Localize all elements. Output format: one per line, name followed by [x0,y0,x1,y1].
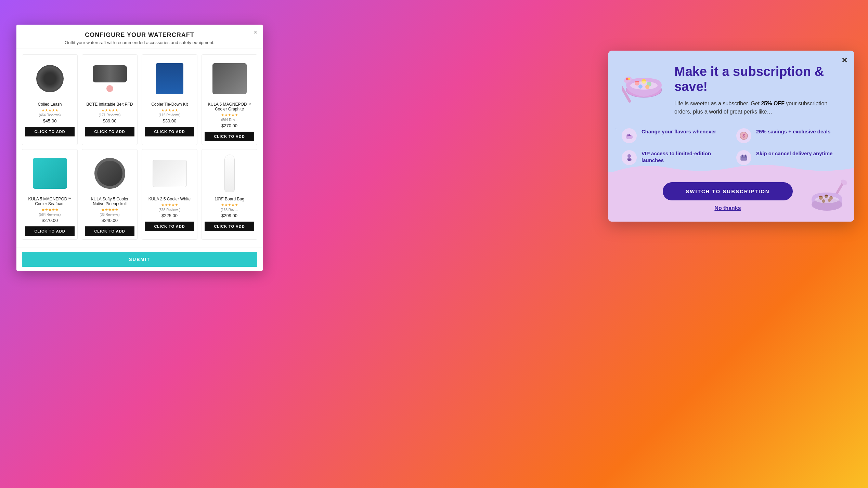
watercraft-modal-body: Coiled Leash ★★★★★ (464 Reviews) $45.00 … [16,49,263,248]
table-row: KULA Softy 5 Cooler Native Pineapskull ★… [82,149,138,240]
product-image [205,153,254,194]
submit-button[interactable]: SUBMIT [22,252,257,267]
product-image [85,153,134,194]
svg-point-17 [627,154,631,158]
svg-point-10 [628,78,630,80]
add-to-cart-button[interactable]: CLICK TO ADD [85,226,134,236]
product-grid: Coiled Leash ★★★★★ (464 Reviews) $45.00 … [22,54,257,240]
table-row: KULA 5 MAGNEPOD™ Cooler Graphite ★★★★★ (… [202,54,257,145]
svg-point-7 [630,81,658,90]
product-stars: ★★★★★ [41,108,59,113]
product-stars: ★★★★★ [41,208,59,212]
product-reviews: (565 Reviews) [159,208,181,212]
product-price: $270.00 [42,218,58,223]
choco-bowl-image [806,177,847,218]
subscription-description: Life is sweeter as a subscriber. Get 25%… [674,100,834,116]
product-image [25,153,75,194]
product-price: $89.00 [103,118,117,123]
product-reviews: (36 Reviews) [100,213,119,216]
product-image [145,58,194,99]
product-name: KULA 5 MAGNEPOD™ Cooler Seafoam [25,197,75,206]
product-stars: ★★★★★ [161,108,178,113]
savings-icon: $ [736,128,751,143]
subscription-top-section: Make it a subscription & save! Life is s… [608,51,854,123]
svg-rect-20 [742,155,743,157]
product-image [145,153,194,194]
product-stars: ★★★★★ [221,113,238,117]
subscription-bottom-section: SWITCH TO SUBSCRIPTION No thanks [608,172,854,222]
svg-point-31 [815,196,839,203]
flavor-icon [622,128,637,143]
product-reviews: (115 Reviews) [159,113,181,117]
product-reviews: (564 Reviews) [39,213,61,216]
product-name: KULA Softy 5 Cooler Native Pineapskull [85,197,134,206]
product-price: $45.00 [43,118,57,123]
add-to-cart-button[interactable]: CLICK TO ADD [85,127,134,136]
subscribe-button[interactable]: SWITCH TO SUBSCRIPTION [663,182,793,200]
discount-text: 25% OFF [761,101,784,106]
svg-point-13 [629,134,630,136]
table-row: KULA 2.5 Cooler White ★★★★★ (565 Reviews… [142,149,197,240]
subscription-heading: Make it a subscription & save! [674,64,834,94]
watercraft-modal-footer: SUBMIT [16,248,263,271]
product-price: $270.00 [221,123,237,128]
svg-point-14 [630,135,631,136]
add-to-cart-button[interactable]: CLICK TO ADD [25,226,75,236]
watercraft-modal-title: CONFIGURE YOUR WATERCRAFT [25,31,255,39]
product-name: 10'6" Board Bag [215,197,244,201]
product-name: Cooler Tie-Down Kit [151,102,188,107]
product-stars: ★★★★★ [161,203,178,207]
perk-text: Change your flavors whenever [642,128,716,135]
product-name: KULA 5 MAGNEPOD™ Cooler Graphite [205,102,254,111]
product-reviews: (464 Reviews) [39,113,61,117]
product-image [85,58,134,99]
watercraft-modal: × CONFIGURE YOUR WATERCRAFT Outfit your … [16,25,263,271]
star-decoration: ✦ [615,128,617,131]
table-row: BOTE Inflatable Belt PFD ★★★★★ (171 Revi… [82,54,138,145]
perk-text: Skip or cancel delivery anytime [756,150,832,157]
product-name: Coiled Leash [38,102,62,107]
svg-text:$: $ [742,133,745,139]
watercraft-close-button[interactable]: × [254,29,257,36]
product-image [25,58,75,99]
product-reviews: (171 Reviews) [99,113,121,117]
add-to-cart-button[interactable]: CLICK TO ADD [145,222,194,231]
wave-divider [608,162,854,174]
product-stars: ★★★★★ [101,208,118,212]
product-stars: ★★★★★ [101,108,118,113]
perk-text: 25% savings + exclusive deals [756,128,830,135]
svg-point-9 [626,78,629,80]
add-to-cart-button[interactable]: CLICK TO ADD [145,127,194,136]
product-reviews: (564 Rev... [221,118,237,122]
product-image [205,58,254,99]
product-price: $225.00 [161,213,178,218]
add-to-cart-button[interactable]: CLICK TO ADD [25,127,75,136]
list-item: $ 25% savings + exclusive deals [736,128,841,143]
svg-rect-19 [741,156,747,160]
watercraft-modal-subtitle: Outfit your watercraft with recommended … [25,40,255,45]
table-row: KULA 5 MAGNEPOD™ Cooler Seafoam ★★★★★ (5… [22,149,78,240]
subscription-modal: ✕ ✦ ✦ ✦ ✦ [608,51,854,222]
product-price: $299.00 [221,213,237,218]
product-name: KULA 2.5 Cooler White [148,197,191,201]
no-thanks-button[interactable]: No thanks [714,205,741,211]
product-price: $30.00 [163,118,177,123]
product-price: $240.00 [102,218,118,223]
cereal-bowl-image [622,61,666,105]
table-row: Coiled Leash ★★★★★ (464 Reviews) $45.00 … [22,54,78,145]
svg-rect-18 [628,159,631,161]
watercraft-modal-header: × CONFIGURE YOUR WATERCRAFT Outfit your … [16,25,263,49]
list-item: Change your flavors whenever [622,128,726,143]
product-reviews: (163 Revi... [221,208,238,212]
subscription-text-content: Make it a subscription & save! Life is s… [674,64,834,116]
product-stars: ★★★★★ [221,203,238,207]
table-row: 10'6" Board Bag ★★★★★ (163 Revi... $299.… [202,149,257,240]
subscription-close-button[interactable]: ✕ [841,56,847,65]
svg-rect-21 [745,155,746,157]
add-to-cart-button[interactable]: CLICK TO ADD [205,132,254,141]
table-row: Cooler Tie-Down Kit ★★★★★ (115 Reviews) … [142,54,197,145]
add-to-cart-button[interactable]: CLICK TO ADD [205,222,254,231]
product-name: BOTE Inflatable Belt PFD [86,102,133,107]
